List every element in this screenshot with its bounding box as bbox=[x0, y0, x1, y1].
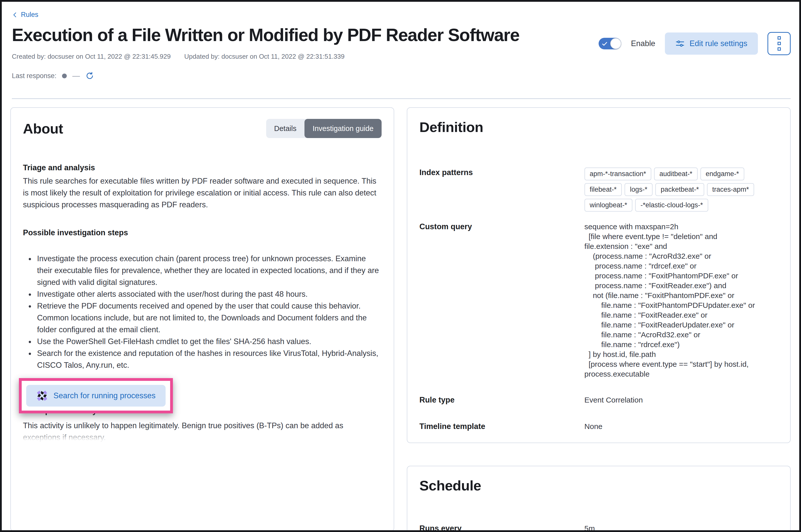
toggle-knob bbox=[610, 38, 621, 49]
edit-rule-settings-button[interactable]: Edit rule settings bbox=[665, 33, 758, 55]
last-response-row: Last response: — bbox=[12, 72, 520, 80]
index-pattern-badge: winlogbeat-* bbox=[584, 199, 633, 212]
timeline-template-row: Timeline template None bbox=[420, 421, 778, 432]
boxes-vertical-icon bbox=[778, 36, 781, 40]
rule-meta: Created by: docsuser on Oct 11, 2022 @ 2… bbox=[12, 53, 520, 60]
definition-title: Definition bbox=[420, 119, 778, 135]
investigation-step: Search for the existence and reputation … bbox=[35, 347, 381, 371]
last-response-value: — bbox=[72, 72, 80, 80]
index-pattern-badge: apm-*-transaction* bbox=[584, 168, 652, 180]
header-controls: Enable Edit rule settings bbox=[599, 32, 791, 55]
investigation-guide: Triage and analysis This rule searches f… bbox=[23, 162, 381, 443]
investigation-steps-list: Investigate the process execution chain … bbox=[23, 253, 381, 371]
highlight-annotation-box: Search for running processes bbox=[19, 378, 173, 413]
header-divider bbox=[12, 98, 791, 99]
chevron-left-icon bbox=[12, 12, 18, 18]
rule-type-value: Event Correlation bbox=[584, 395, 778, 405]
index-pattern-badge: auditbeat-* bbox=[654, 168, 698, 180]
index-patterns-badges: apm-*-transaction*auditbeat-*endgame-*fi… bbox=[584, 168, 778, 212]
sliders-icon bbox=[675, 39, 685, 48]
main-content: About Details Investigation guide Triage… bbox=[2, 107, 799, 532]
rule-type-row: Rule type Event Correlation bbox=[420, 395, 778, 405]
index-patterns-label: Index patterns bbox=[420, 168, 584, 177]
index-pattern-badge: endgame-* bbox=[701, 168, 744, 180]
tab-investigation-guide[interactable]: Investigation guide bbox=[304, 119, 381, 138]
updated-by-text: Updated by: docsuser on Oct 11, 2022 @ 2… bbox=[184, 53, 344, 60]
index-pattern-badge: -*elastic-cloud-logs-* bbox=[635, 199, 708, 212]
custom-query-row: Custom query sequence with maxspan=2h [f… bbox=[420, 222, 778, 379]
steps-heading: Possible investigation steps bbox=[23, 227, 381, 239]
investigation-step: Investigate the process execution chain … bbox=[35, 253, 381, 288]
enable-label: Enable bbox=[631, 39, 655, 48]
health-dot-icon bbox=[62, 74, 67, 78]
refresh-button[interactable] bbox=[86, 72, 94, 80]
custom-query-text: sequence with maxspan=2h [file where eve… bbox=[584, 222, 778, 379]
custom-query-label: Custom query bbox=[420, 222, 584, 232]
runs-every-label: Runs every bbox=[420, 524, 584, 532]
index-pattern-badge: traces-apm* bbox=[707, 183, 755, 196]
page-header: Rules Execution of a File Written or Mod… bbox=[2, 2, 799, 99]
edit-rule-settings-label: Edit rule settings bbox=[690, 39, 747, 48]
page-title: Execution of a File Written or Modified … bbox=[12, 25, 520, 45]
rule-details-page: Rules Execution of a File Written or Mod… bbox=[0, 0, 801, 532]
enable-toggle[interactable] bbox=[599, 38, 621, 50]
triage-heading: Triage and analysis bbox=[23, 162, 381, 174]
runs-every-value: 5m bbox=[584, 524, 778, 532]
about-tab-group: Details Investigation guide bbox=[266, 119, 382, 138]
triage-text: This rule searches for executable files … bbox=[23, 175, 381, 211]
timeline-template-value: None bbox=[584, 421, 778, 431]
timeline-icon bbox=[36, 390, 48, 401]
refresh-icon bbox=[86, 72, 94, 80]
about-panel: About Details Investigation guide Triage… bbox=[10, 107, 394, 532]
all-actions-button[interactable] bbox=[767, 32, 791, 55]
rule-type-label: Rule type bbox=[420, 395, 584, 405]
investigation-step: Retrieve the PDF documents received and … bbox=[35, 300, 381, 336]
breadcrumb-label: Rules bbox=[21, 11, 38, 19]
runs-every-row: Runs every 5m bbox=[420, 524, 778, 532]
last-response-label: Last response: bbox=[12, 72, 56, 80]
schedule-title: Schedule bbox=[420, 477, 778, 494]
created-by-text: Created by: docsuser on Oct 11, 2022 @ 2… bbox=[12, 53, 171, 60]
index-pattern-badge: filebeat-* bbox=[584, 183, 622, 196]
about-title: About bbox=[23, 120, 63, 137]
search-running-processes-button[interactable]: Search for running processes bbox=[26, 385, 166, 406]
header-left: Execution of a File Written or Modified … bbox=[12, 19, 520, 80]
index-pattern-badge: logs-* bbox=[625, 183, 653, 196]
false-positive-text: This activity is unlikely to happen legi… bbox=[23, 420, 381, 443]
tab-details[interactable]: Details bbox=[266, 119, 305, 138]
breadcrumb[interactable]: Rules bbox=[12, 11, 38, 19]
check-icon bbox=[601, 41, 608, 48]
index-patterns-row: Index patterns apm-*-transaction*auditbe… bbox=[420, 168, 778, 212]
index-pattern-badge: packetbeat-* bbox=[655, 183, 704, 196]
timeline-template-label: Timeline template bbox=[420, 421, 584, 432]
search-running-processes-label: Search for running processes bbox=[53, 391, 155, 400]
investigation-step: Investigate other alerts associated with… bbox=[35, 288, 381, 300]
definition-panel: Definition Index patterns apm-*-transact… bbox=[407, 107, 791, 443]
schedule-panel: Schedule Runs every 5m Additional look-b… bbox=[407, 466, 791, 532]
right-column: Definition Index patterns apm-*-transact… bbox=[407, 107, 791, 532]
investigation-step: Use the PowerShell Get-FileHash cmdlet t… bbox=[35, 336, 381, 347]
